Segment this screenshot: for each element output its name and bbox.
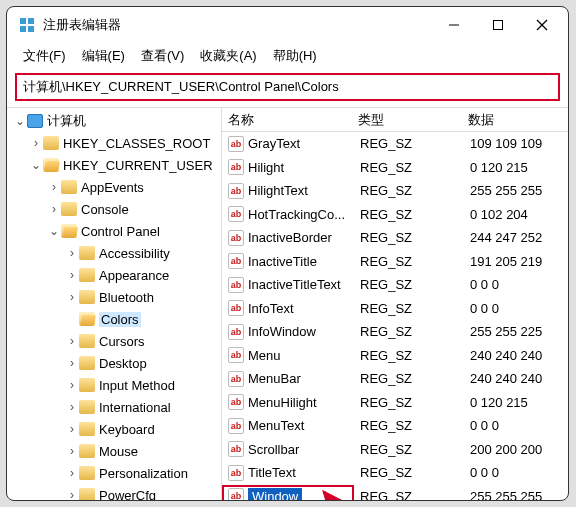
- tree-cursors[interactable]: ›Cursors: [7, 330, 221, 352]
- value-name-cell: abHilightText: [222, 183, 354, 199]
- app-icon: [19, 17, 35, 33]
- svg-rect-1: [28, 18, 34, 24]
- value-data: 255 255 255: [464, 183, 568, 198]
- tree-bluetooth[interactable]: ›Bluetooth: [7, 286, 221, 308]
- value-type: REG_SZ: [354, 254, 464, 269]
- list-panel[interactable]: 名称 类型 数据 abGrayTextREG_SZ109 109 109abHi…: [222, 108, 568, 500]
- tree-label: HKEY_CURRENT_USER: [63, 158, 213, 173]
- value-row[interactable]: abInfoTextREG_SZ0 0 0: [222, 297, 568, 321]
- chevron-down-icon[interactable]: ⌄: [47, 224, 61, 238]
- value-name-cell: abMenuBar: [222, 371, 354, 387]
- tree-label: Desktop: [99, 356, 147, 371]
- value-row[interactable]: abMenuBarREG_SZ240 240 240: [222, 367, 568, 391]
- close-button[interactable]: [520, 11, 564, 39]
- tree-keyboard[interactable]: ›Keyboard: [7, 418, 221, 440]
- tree-label: Control Panel: [81, 224, 160, 239]
- tree-label: Keyboard: [99, 422, 155, 437]
- tree-international[interactable]: ›International: [7, 396, 221, 418]
- tree-appearance[interactable]: ›Appearance: [7, 264, 221, 286]
- value-row[interactable]: abMenuTextREG_SZ0 0 0: [222, 414, 568, 438]
- value-row[interactable]: abHilightTextREG_SZ255 255 255: [222, 179, 568, 203]
- tree-hkcu[interactable]: ⌄ HKEY_CURRENT_USER: [7, 154, 221, 176]
- col-name[interactable]: 名称: [222, 111, 352, 129]
- menubar: 文件(F) 编辑(E) 查看(V) 收藏夹(A) 帮助(H): [7, 43, 568, 69]
- menu-favorites[interactable]: 收藏夹(A): [194, 45, 262, 67]
- value-row[interactable]: abWindowREG_SZ255 255 255: [222, 485, 568, 501]
- tree-accessibility[interactable]: ›Accessibility: [7, 242, 221, 264]
- chevron-down-icon[interactable]: ⌄: [29, 158, 43, 172]
- value-name: InfoText: [248, 301, 294, 316]
- tree-root[interactable]: ⌄ 计算机: [7, 110, 221, 132]
- value-row[interactable]: abScrollbarREG_SZ200 200 200: [222, 438, 568, 462]
- tree-colors[interactable]: Colors: [7, 308, 221, 330]
- address-bar[interactable]: 计算机\HKEY_CURRENT_USER\Control Panel\Colo…: [15, 73, 560, 101]
- col-data[interactable]: 数据: [462, 111, 568, 129]
- value-row[interactable]: abGrayTextREG_SZ109 109 109: [222, 132, 568, 156]
- string-value-icon: ab: [228, 488, 244, 500]
- tree-powercfg[interactable]: ›PowerCfg: [7, 484, 221, 500]
- value-row[interactable]: abInfoWindowREG_SZ255 255 225: [222, 320, 568, 344]
- chevron-right-icon[interactable]: ›: [29, 136, 43, 150]
- value-row[interactable]: abHotTrackingCo...REG_SZ0 102 204: [222, 203, 568, 227]
- folder-icon: [79, 246, 95, 260]
- string-value-icon: ab: [228, 465, 244, 481]
- string-value-icon: ab: [228, 418, 244, 434]
- chevron-right-icon[interactable]: ›: [65, 422, 79, 436]
- folder-icon: [79, 312, 95, 326]
- menu-help[interactable]: 帮助(H): [267, 45, 323, 67]
- value-row[interactable]: abInactiveBorderREG_SZ244 247 252: [222, 226, 568, 250]
- chevron-right-icon[interactable]: ›: [65, 488, 79, 500]
- string-value-icon: ab: [228, 136, 244, 152]
- menu-edit[interactable]: 编辑(E): [76, 45, 131, 67]
- value-row[interactable]: abInactiveTitleTextREG_SZ0 0 0: [222, 273, 568, 297]
- folder-icon: [61, 202, 77, 216]
- chevron-right-icon[interactable]: ›: [65, 400, 79, 414]
- chevron-right-icon[interactable]: ›: [47, 180, 61, 194]
- tree-mouse[interactable]: ›Mouse: [7, 440, 221, 462]
- value-row[interactable]: abMenuHilightREG_SZ0 120 215: [222, 391, 568, 415]
- menu-file[interactable]: 文件(F): [17, 45, 72, 67]
- tree-hkcr[interactable]: › HKEY_CLASSES_ROOT: [7, 132, 221, 154]
- string-value-icon: ab: [228, 230, 244, 246]
- value-data: 0 120 215: [464, 395, 568, 410]
- chevron-right-icon[interactable]: ›: [65, 444, 79, 458]
- chevron-right-icon[interactable]: ›: [47, 202, 61, 216]
- value-data: 0 0 0: [464, 465, 568, 480]
- chevron-right-icon[interactable]: ›: [65, 466, 79, 480]
- value-name-cell: abInfoWindow: [222, 324, 354, 340]
- folder-icon: [79, 466, 95, 480]
- value-row[interactable]: abHilightREG_SZ0 120 215: [222, 156, 568, 180]
- value-type: REG_SZ: [354, 348, 464, 363]
- value-row[interactable]: abTitleTextREG_SZ0 0 0: [222, 461, 568, 485]
- value-row[interactable]: abMenuREG_SZ240 240 240: [222, 344, 568, 368]
- tree-label: AppEvents: [81, 180, 144, 195]
- tree-panel[interactable]: ⌄ 计算机 › HKEY_CLASSES_ROOT ⌄ HKEY_CURRENT…: [7, 108, 222, 500]
- value-data: 0 0 0: [464, 277, 568, 292]
- value-type: REG_SZ: [354, 371, 464, 386]
- chevron-right-icon[interactable]: ›: [65, 290, 79, 304]
- value-name-cell: abInactiveBorder: [222, 230, 354, 246]
- chevron-right-icon[interactable]: ›: [65, 356, 79, 370]
- tree-desktop[interactable]: ›Desktop: [7, 352, 221, 374]
- chevron-right-icon[interactable]: ›: [65, 268, 79, 282]
- chevron-right-icon[interactable]: ›: [65, 246, 79, 260]
- string-value-icon: ab: [228, 253, 244, 269]
- chevron-right-icon[interactable]: ›: [65, 334, 79, 348]
- folder-open-icon: [43, 158, 59, 172]
- value-row[interactable]: abInactiveTitleREG_SZ191 205 219: [222, 250, 568, 274]
- tree-inputmethod[interactable]: ›Input Method: [7, 374, 221, 396]
- value-name: MenuHilight: [248, 395, 317, 410]
- chevron-down-icon[interactable]: ⌄: [13, 114, 27, 128]
- tree-personalization[interactable]: ›Personalization: [7, 462, 221, 484]
- col-type[interactable]: 类型: [352, 111, 462, 129]
- tree-appevents[interactable]: › AppEvents: [7, 176, 221, 198]
- value-name: TitleText: [248, 465, 296, 480]
- tree-controlpanel[interactable]: ⌄ Control Panel: [7, 220, 221, 242]
- minimize-button[interactable]: [432, 11, 476, 39]
- maximize-button[interactable]: [476, 11, 520, 39]
- chevron-right-icon[interactable]: ›: [65, 378, 79, 392]
- menu-view[interactable]: 查看(V): [135, 45, 190, 67]
- value-name-cell: abInactiveTitleText: [222, 277, 354, 293]
- tree-console[interactable]: › Console: [7, 198, 221, 220]
- svg-rect-3: [28, 26, 34, 32]
